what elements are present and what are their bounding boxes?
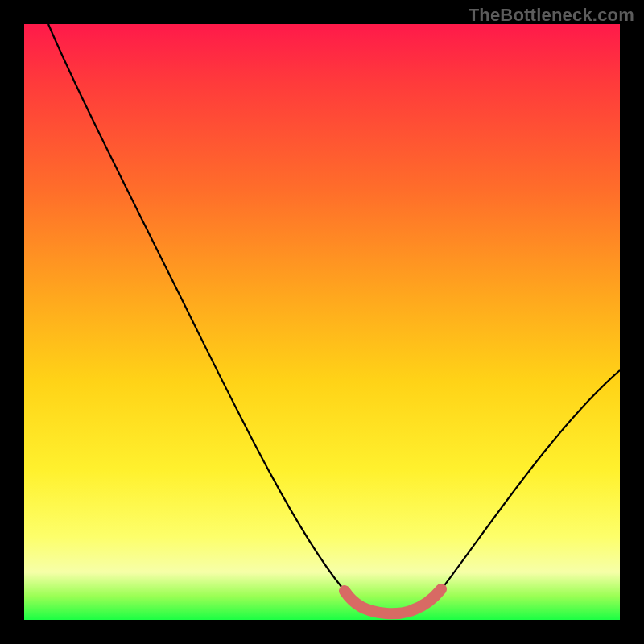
watermark-text: TheBottleneck.com <box>469 5 634 26</box>
curve-layer <box>24 24 620 620</box>
optimal-range-highlight <box>345 589 441 613</box>
bottleneck-curve <box>48 24 620 613</box>
plot-area <box>24 24 620 620</box>
chart-frame: TheBottleneck.com <box>0 0 644 644</box>
